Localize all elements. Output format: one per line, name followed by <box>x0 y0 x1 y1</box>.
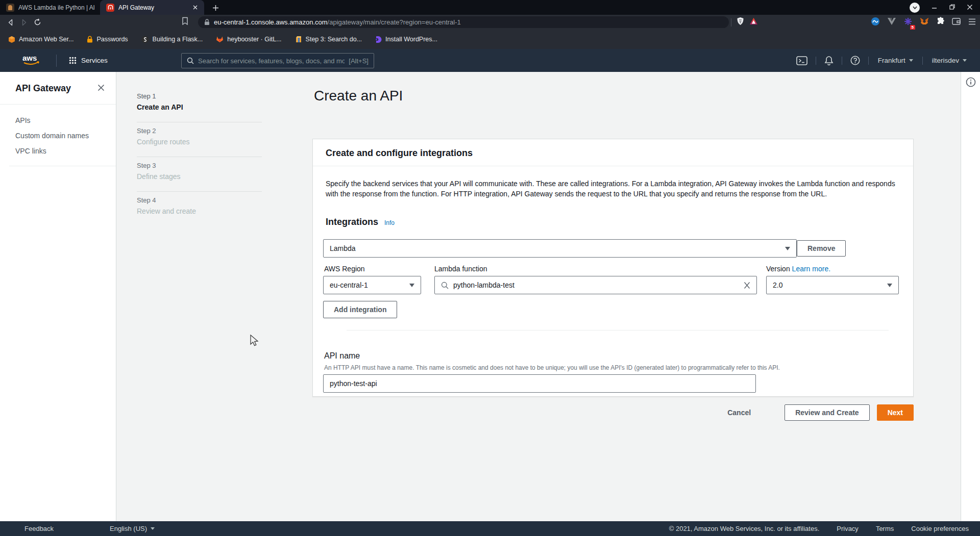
remove-button[interactable]: Remove <box>797 240 846 257</box>
browser-menu-icon[interactable] <box>968 18 976 27</box>
brave-wallet-icon[interactable] <box>952 17 961 27</box>
aws-cube-icon <box>8 36 15 43</box>
forward-icon[interactable] <box>17 16 31 29</box>
learn-more-link[interactable]: Learn more. <box>792 265 830 273</box>
notifications-bell-icon[interactable] <box>816 56 842 65</box>
cancel-button[interactable]: Cancel <box>717 404 761 421</box>
bookmark-label: Step 3: Search do... <box>306 36 362 43</box>
privacy-link[interactable]: Privacy <box>837 525 859 532</box>
url-bar[interactable]: eu-central-1.console.aws.amazon.com/apig… <box>198 16 729 28</box>
tab-close-icon[interactable] <box>191 4 199 12</box>
brave-rewards-icon[interactable] <box>749 17 758 27</box>
info-panel-icon[interactable] <box>966 77 976 521</box>
mouse-cursor <box>250 335 261 347</box>
window-controls <box>910 0 980 15</box>
window-restore-icon[interactable] <box>949 3 955 12</box>
integrations-card: Create and configure integrations Specif… <box>312 139 914 397</box>
bookmark-gitlab[interactable]: heybooster · GitL... <box>216 36 281 43</box>
extensions-puzzle-icon[interactable] <box>936 17 945 28</box>
back-icon[interactable] <box>4 16 17 29</box>
step-name: Configure routes <box>137 138 262 146</box>
aws-region-select[interactable]: eu-central-1 <box>323 276 421 294</box>
version-label: Version Learn more. <box>766 265 830 273</box>
bookmark-flask[interactable]: Building a Flask... <box>141 36 203 43</box>
version-value: 2.0 <box>773 281 782 289</box>
cookie-preferences-link[interactable]: Cookie preferences <box>911 525 969 532</box>
integration-type-select[interactable]: Lambda <box>323 239 797 258</box>
review-and-create-button[interactable]: Review and Create <box>785 404 870 421</box>
padlock-icon <box>87 36 93 43</box>
window-close-icon[interactable] <box>967 3 973 12</box>
services-label: Services <box>81 57 108 64</box>
card-description: Specify the backend services that your A… <box>326 178 899 199</box>
metamask-icon[interactable] <box>920 17 929 28</box>
chevron-down-icon <box>785 247 790 250</box>
clear-icon[interactable] <box>744 282 750 289</box>
wizard-steps: Step 1 Create an API Step 2 Configure ro… <box>137 88 262 226</box>
services-menu[interactable]: Services <box>69 57 108 64</box>
sidebar-item-apis[interactable]: APIs <box>0 113 116 128</box>
step-label: Step 2 <box>137 127 262 135</box>
new-tab-button[interactable] <box>208 1 223 15</box>
api-name-description: An HTTP API must have a name. This name … <box>324 364 780 371</box>
extension-wave-icon[interactable] <box>871 17 880 28</box>
vue-devtools-icon[interactable] <box>887 17 896 28</box>
window-minimize-icon[interactable] <box>931 3 938 12</box>
brave-controls <box>731 16 758 29</box>
divider <box>313 166 913 166</box>
sidebar-item-vpc-links[interactable]: VPC links <box>0 143 116 159</box>
console-search-input[interactable] <box>198 57 345 65</box>
lambda-function-field[interactable] <box>434 276 757 294</box>
aws-logo[interactable]: aws <box>20 53 44 69</box>
screen: AWS Lambda ile Python | Ali İlteriş API … <box>0 0 980 536</box>
browser-profile-icon[interactable] <box>910 3 920 13</box>
package-icon <box>295 36 302 43</box>
reading-list-icon[interactable] <box>182 17 188 28</box>
help-icon[interactable] <box>842 56 868 65</box>
wizard-step-4: Step 4 Review and create <box>137 192 262 226</box>
chevron-down-icon <box>151 527 155 530</box>
card-title: Create and configure integrations <box>326 148 473 159</box>
region-selector[interactable]: Frankfurt <box>869 57 922 64</box>
bookmark-passwords[interactable]: Passwords <box>87 36 128 43</box>
info-link[interactable]: Info <box>384 219 395 226</box>
url-host: eu-central-1.console.aws.amazon.com <box>214 18 328 26</box>
reload-icon[interactable] <box>31 16 44 29</box>
integrations-heading: Integrations <box>326 217 378 227</box>
divider <box>56 55 57 67</box>
bookmark-label: Building a Flask... <box>153 36 203 43</box>
browser-tab-bar: AWS Lambda ile Python | Ali İlteriş API … <box>0 0 980 15</box>
chevron-down-icon <box>963 59 967 62</box>
region-label: Frankfurt <box>878 57 905 64</box>
page-title: Create an API <box>314 88 403 104</box>
account-menu[interactable]: ilterisdev <box>923 57 976 64</box>
console-content: API Gateway APIs Custom domain names VPC… <box>0 72 980 521</box>
tab-title: AWS Lambda ile Python | Ali İlteriş <box>18 4 95 11</box>
console-footer: Feedback English (US) © 2021, Amazon Web… <box>0 521 980 536</box>
language-selector[interactable]: English (US) <box>110 525 155 532</box>
search-shortcut: [Alt+S] <box>349 57 369 65</box>
bookmark-step3[interactable]: Step 3: Search do... <box>295 36 362 43</box>
bookmark-label: Passwords <box>96 36 128 43</box>
step-label: Step 3 <box>137 162 262 169</box>
sidebar-item-custom-domain-names[interactable]: Custom domain names <box>0 128 116 143</box>
terms-link[interactable]: Terms <box>876 525 894 532</box>
sidebar-close-icon[interactable] <box>97 84 105 93</box>
console-search[interactable]: [Alt+S] <box>181 53 374 68</box>
cloudshell-icon[interactable] <box>788 56 816 65</box>
browser-tab-lambda[interactable]: AWS Lambda ile Python | Ali İlteriş <box>0 0 100 15</box>
wizard-step-2: Step 2 Configure routes <box>137 122 262 157</box>
blocker-extension-icon[interactable]: 5 <box>903 17 913 28</box>
wizard-step-3: Step 3 Define stages <box>137 157 262 192</box>
add-integration-button[interactable]: Add integration <box>323 301 397 318</box>
bookmark-aws[interactable]: Amazon Web Ser... <box>8 36 74 43</box>
bookmark-wordpress[interactable]: Install WordPres... <box>375 36 437 43</box>
next-button[interactable]: Next <box>877 404 914 421</box>
version-select[interactable]: 2.0 <box>766 276 899 294</box>
api-name-input[interactable] <box>323 374 756 393</box>
brave-shields-icon[interactable] <box>737 17 744 28</box>
browser-tab-api-gateway[interactable]: API Gateway <box>100 0 204 15</box>
wizard-step-1: Step 1 Create an API <box>137 88 262 122</box>
feedback-link[interactable]: Feedback <box>24 525 54 532</box>
lambda-function-input[interactable] <box>453 281 739 289</box>
